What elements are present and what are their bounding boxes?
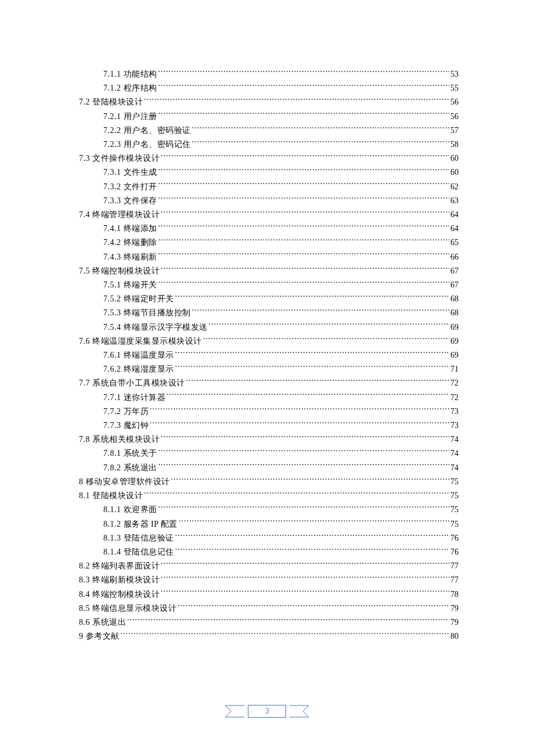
toc-leader-dots (161, 589, 449, 597)
toc-entry-page: 67 (450, 278, 459, 292)
toc-entry: 7.5.1 终端开关67 (79, 278, 459, 292)
toc-entry-page: 69 (450, 321, 459, 334)
toc-entry-text: 8.1.3 登陆信息验证 (79, 531, 174, 545)
toc-entry-page: 60 (450, 165, 459, 179)
toc-entry: 7.3.3 文件保存63 (79, 194, 459, 208)
toc-entry: 7.6 终端温湿度采集显示模块设计69 (79, 334, 459, 348)
toc-entry-text: 7.3.3 文件保存 (79, 194, 157, 208)
toc-entry-page: 74 (450, 433, 459, 447)
toc-entry-text: 7.6.1 终端温度显示 (79, 348, 174, 362)
toc-entry-page: 56 (450, 95, 459, 109)
toc-entry: 7.5 终端控制模块设计67 (79, 264, 459, 278)
toc-entry-text: 7.7.1 迷你计算器 (79, 391, 165, 405)
toc-leader-dots (158, 195, 450, 203)
toc-entry-text: 8.5 终端信息显示模块设计 (79, 602, 176, 615)
toc-leader-dots (161, 265, 449, 273)
toc-entry: 7.6.1 终端温度显示69 (79, 348, 459, 362)
toc-entry: 8.4 终端控制模块设计78 (79, 588, 459, 602)
toc-entry: 7.7.1 迷你计算器72 (79, 391, 459, 405)
toc-entry-text: 7.7 系统自带小工具模块设计 (79, 376, 185, 390)
toc-entry: 7.6.2 终端湿度显示71 (79, 362, 459, 376)
toc-entry: 8.6 系统退出79 (79, 615, 459, 629)
toc-entry: 8.1.2 服务器 IP 配置75 (79, 517, 459, 531)
toc-leader-dots (150, 406, 449, 414)
toc-entry: 8.1.4 登陆信息记住76 (79, 545, 459, 559)
toc-entry-page: 60 (450, 152, 459, 165)
toc-entry-page: 75 (450, 517, 459, 531)
toc-entry-page: 69 (450, 334, 459, 348)
toc-entry-page: 63 (450, 194, 459, 208)
toc-leader-dots (158, 448, 450, 456)
toc-entry-text: 8.1.4 登陆信息记住 (79, 545, 174, 559)
page-number-ribbon: 3 (225, 705, 309, 718)
toc-entry-page: 66 (450, 250, 459, 264)
toc-entry-page: 68 (450, 292, 459, 306)
toc-entry: 7.3.2 文件打开62 (79, 180, 459, 194)
toc-entry-text: 7.5.4 终端显示汉字字模发送 (79, 321, 208, 334)
toc-leader-dots (167, 392, 449, 400)
toc-entry: 7.7.3 魔幻钟73 (79, 419, 459, 433)
toc-entry: 7.4.2 终端删除65 (79, 236, 459, 250)
toc-leader-dots (127, 617, 449, 625)
toc-entry: 7.5.3 终端节目播放控制68 (79, 306, 459, 320)
toc-entry: 7.4 终端管理模块设计64 (79, 208, 459, 222)
toc-entry: 7.4.1 终端添加64 (79, 222, 459, 236)
toc-entry-text: 7.8.1 系统关于 (79, 447, 157, 460)
toc-entry-page: 77 (450, 573, 459, 587)
toc-entry: 7.5.4 终端显示汉字字模发送69 (79, 321, 459, 334)
toc-leader-dots (192, 307, 450, 315)
toc-entry-page: 68 (450, 306, 459, 320)
toc-entry: 7.3 文件操作模块设计60 (79, 152, 459, 165)
toc-entry-page: 64 (450, 222, 459, 236)
ribbon-right-icon (290, 705, 309, 718)
toc-entry: 7.7 系统自带小工具模块设计72 (79, 376, 459, 390)
toc-entry-text: 7.6 终端温湿度采集显示模块设计 (79, 334, 202, 348)
toc-entry-page: 77 (450, 559, 459, 573)
page-number: 3 (248, 705, 286, 718)
toc-entry-text: 7.5.3 终端节目播放控制 (79, 306, 191, 320)
toc-leader-dots (171, 476, 450, 484)
toc-entry-page: 62 (450, 180, 459, 194)
toc-leader-dots (209, 322, 450, 330)
toc-entry-page: 79 (450, 615, 459, 629)
toc-entry-text: 7.8 系统相关模块设计 (79, 433, 160, 447)
toc-entry-text: 7.4.1 终端添加 (79, 222, 157, 236)
toc-leader-dots (158, 111, 450, 119)
toc-entry: 7.2 登陆模块设计56 (79, 95, 459, 109)
toc-entry: 8.1.1 欢迎界面75 (79, 503, 459, 517)
toc-list: 7.1.1 功能结构537.1.2 程序结构557.2 登陆模块设计567.2.… (79, 67, 459, 643)
toc-entry-text: 8.3 终端刷新模块设计 (79, 573, 160, 587)
toc-entry-page: 75 (450, 489, 459, 503)
toc-entry-text: 9 参考文献 (79, 629, 120, 643)
toc-entry-text: 7.2 登陆模块设计 (79, 95, 143, 109)
toc-entry-page: 64 (450, 208, 459, 222)
toc-entry-text: 7.4.2 终端删除 (79, 236, 157, 250)
toc-entry-page: 79 (450, 602, 459, 615)
toc-entry: 7.5.2 终端定时开关68 (79, 292, 459, 306)
toc-entry-text: 7.3.1 文件生成 (79, 165, 157, 179)
toc-entry-page: 53 (450, 67, 459, 81)
toc-entry-text: 7.2.3 用户名、密码记住 (79, 138, 191, 152)
toc-entry: 8.1 登陆模块设计75 (79, 489, 459, 503)
toc-entry-text: 8.1.1 欢迎界面 (79, 503, 157, 517)
toc-leader-dots (161, 209, 449, 217)
toc-entry-text: 7.3.2 文件打开 (79, 180, 157, 194)
toc-entry-page: 73 (450, 419, 459, 433)
toc-entry-text: 7.1.1 功能结构 (79, 67, 157, 81)
toc-leader-dots (161, 574, 449, 582)
toc-entry-text: 7.5 终端控制模块设计 (79, 264, 160, 278)
toc-leader-dots (175, 546, 450, 555)
toc-entry: 7.8 系统相关模块设计74 (79, 433, 459, 447)
toc-leader-dots (178, 603, 449, 611)
toc-entry-text: 7.4.3 终端刷新 (79, 250, 157, 264)
toc-entry: 9 参考文献80 (79, 629, 459, 643)
toc-leader-dots (192, 139, 450, 147)
toc-entry-page: 76 (450, 545, 459, 559)
toc-entry-page: 69 (450, 348, 459, 362)
toc-entry: 8.3 终端刷新模块设计77 (79, 573, 459, 587)
toc-entry-page: 75 (450, 503, 459, 517)
toc-leader-dots (150, 420, 449, 428)
toc-entry: 7.7.2 万年历73 (79, 405, 459, 419)
toc-leader-dots (158, 167, 450, 175)
toc-entry: 7.8.1 系统关于74 (79, 447, 459, 460)
